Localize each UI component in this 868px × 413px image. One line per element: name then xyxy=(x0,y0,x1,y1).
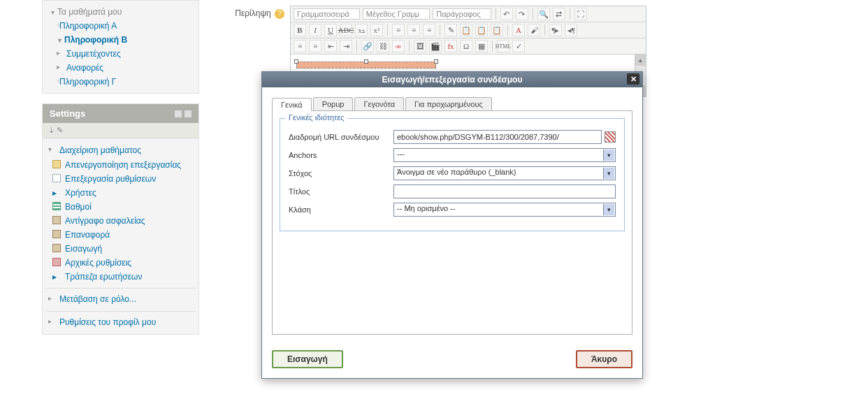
profile-settings-link[interactable]: Ρυθμίσεις του προφίλ μου xyxy=(45,314,196,330)
scroll-up-icon[interactable]: ▴ xyxy=(635,55,646,66)
image-button[interactable]: 🖼 xyxy=(414,40,426,52)
class-select[interactable]: -- Μη ορισμένο -- ▾ xyxy=(393,203,616,217)
grades-icon xyxy=(52,202,61,210)
course-link-informatics-a[interactable]: Πληροφορική Α xyxy=(45,19,196,33)
dialog-title-bar[interactable]: Εισαγωγή/επεξεργασία συνδέσμου ✕ xyxy=(262,72,642,87)
turn-editing-off-link[interactable]: Απενεργοποίηση επεξεργασίας xyxy=(45,158,196,172)
chevron-down-icon: ▾ xyxy=(603,168,614,179)
chevron-down-icon: ▾ xyxy=(603,150,614,161)
dialog-title: Εισαγωγή/επεξεργασία συνδέσμου xyxy=(382,75,523,85)
rtl-button[interactable]: ◂¶ xyxy=(565,24,577,36)
nolink-button[interactable]: ∞ xyxy=(392,40,405,52)
cleanup-button[interactable]: ✎ xyxy=(444,24,457,36)
align-left-button[interactable]: ≡ xyxy=(392,24,405,36)
general-fieldset: Γενικές ιδιότητες Διαδρομή URL συνδέσμου… xyxy=(280,118,625,231)
replace-button[interactable]: ⇄ xyxy=(553,8,565,20)
tab-advanced[interactable]: Για προχωρημένους xyxy=(405,97,492,110)
chevron-right-icon: ▸ xyxy=(52,272,61,280)
backup-link[interactable]: Αντίγραφο ασφαλείας xyxy=(45,214,196,228)
reset-link[interactable]: Αρχικές ρυθμίσεις xyxy=(45,256,196,270)
url-input[interactable] xyxy=(393,130,602,144)
text-color-button[interactable]: A xyxy=(512,24,525,36)
subscript-button[interactable]: x₂ xyxy=(355,24,368,36)
url-label: Διαδρομή URL συνδέσμου xyxy=(289,133,393,141)
tab-events[interactable]: Γεγονότα xyxy=(354,97,404,110)
courses-nav: Τα μαθήματά μου Πληροφορική Α Πληροφορικ… xyxy=(42,0,199,94)
align-right-button[interactable]: ≡ xyxy=(423,24,435,36)
switch-role-link[interactable]: Μετάβαση σε ρόλο... xyxy=(45,291,196,307)
bold-button[interactable]: B xyxy=(294,24,306,36)
find-button[interactable]: 🔍 xyxy=(537,8,550,20)
question-bank-link[interactable]: ▸Τράπεζα ερωτήσεων xyxy=(45,270,196,284)
ordered-list-button[interactable]: ≡ xyxy=(294,40,306,52)
insert-button[interactable]: Εισαγωγή xyxy=(272,350,343,368)
indent-button[interactable]: ⇥ xyxy=(340,40,352,52)
undo-button[interactable]: ↶ xyxy=(500,8,513,20)
underline-button[interactable]: U xyxy=(324,24,337,36)
strike-button[interactable]: ABC xyxy=(340,24,352,36)
settings-title: Settings xyxy=(50,108,85,119)
tab-panel-general: Γενικές ιδιότητες Διαδρομή URL συνδέσμου… xyxy=(272,111,632,335)
restore-icon xyxy=(52,230,61,238)
ltr-button[interactable]: ¶▸ xyxy=(549,24,562,36)
italic-button[interactable]: I xyxy=(309,24,321,36)
unlink-button[interactable]: ⛓ xyxy=(377,40,389,52)
superscript-button[interactable]: x² xyxy=(370,24,383,36)
edit-icon xyxy=(52,160,61,168)
redo-button[interactable]: ↷ xyxy=(516,8,528,20)
paste-button[interactable]: 📋 xyxy=(491,24,503,36)
format-select[interactable]: Παράγραφος xyxy=(433,8,491,20)
course-admin-heading[interactable]: Διαχείριση μαθήματος xyxy=(45,143,196,158)
align-center-button[interactable]: ≡ xyxy=(407,24,420,36)
equation-button[interactable]: fx xyxy=(444,40,457,52)
course-link-informatics-b[interactable]: Πληροφορική Β xyxy=(45,33,196,47)
class-label: Κλάση xyxy=(289,205,393,214)
title-input[interactable] xyxy=(393,184,616,198)
hide-icon[interactable] xyxy=(185,110,191,117)
dialog-tabs: Γενικά Popup Γεγονότα Για προχωρημένους xyxy=(272,97,632,111)
paste-word-button[interactable]: 📋 xyxy=(475,24,488,36)
html-button[interactable]: HTML xyxy=(497,40,509,52)
link-button[interactable]: 🔗 xyxy=(361,40,374,52)
grades-link[interactable]: Βαθμοί xyxy=(45,200,196,214)
course-link-informatics-c[interactable]: Πληροφορική Γ xyxy=(45,75,196,89)
table-button[interactable]: ▦ xyxy=(475,40,488,52)
settings-block: Settings ⇣ ✎ Διαχείριση μαθήματος Απενερ… xyxy=(42,103,199,335)
my-courses-heading[interactable]: Τα μαθήματά μου xyxy=(45,5,196,19)
bg-color-button[interactable]: 🖌 xyxy=(528,24,540,36)
anchors-select[interactable]: --- ▾ xyxy=(393,148,616,162)
link-dialog: Εισαγωγή/επεξεργασία συνδέσμου ✕ Γενικά … xyxy=(261,71,643,379)
font-size-select[interactable]: Μέγεθος Γραμμ xyxy=(363,8,430,20)
dock-icon[interactable] xyxy=(175,110,182,117)
unordered-list-button[interactable]: ≡ xyxy=(309,40,321,52)
paste-text-button[interactable]: 📋 xyxy=(460,24,472,36)
summary-label: Περίληψη ? xyxy=(213,6,290,19)
course-participants-link[interactable]: Συμμετέχοντες xyxy=(45,47,196,61)
import-icon xyxy=(52,244,61,252)
char-button[interactable]: Ω xyxy=(460,40,472,52)
fullscreen-button[interactable]: ⛶ xyxy=(574,8,587,20)
anchors-label: Anchors xyxy=(289,151,393,159)
tab-general[interactable]: Γενικά xyxy=(272,98,312,111)
browse-icon[interactable] xyxy=(605,131,616,143)
backup-icon xyxy=(52,216,61,224)
edit-settings-link[interactable]: Επεξεργασία ρυθμίσεων xyxy=(45,172,196,186)
title-label: Τίτλος xyxy=(289,187,393,196)
chevron-right-icon: ▸ xyxy=(52,188,61,196)
close-button[interactable]: ✕ xyxy=(627,73,639,85)
fieldset-legend: Γενικές ιδιότητες xyxy=(286,113,347,122)
restore-link[interactable]: Επαναφορά xyxy=(45,228,196,242)
target-select[interactable]: Άνοιγμα σε νέο παράθυρο (_blank) ▾ xyxy=(393,166,616,180)
media-button[interactable]: 🎬 xyxy=(429,40,442,52)
chevron-down-icon: ▾ xyxy=(603,204,614,215)
spellcheck-button[interactable]: ✓ xyxy=(512,40,525,52)
outdent-button[interactable]: ⇤ xyxy=(324,40,337,52)
users-link[interactable]: ▸Χρήστες xyxy=(45,186,196,200)
help-icon[interactable]: ? xyxy=(275,9,284,19)
selected-content[interactable] xyxy=(296,61,436,68)
cancel-button[interactable]: Άκυρο xyxy=(576,350,632,368)
import-link[interactable]: Εισαγωγή xyxy=(45,242,196,256)
tab-popup[interactable]: Popup xyxy=(313,97,354,110)
course-reports-link[interactable]: Αναφορές xyxy=(45,61,196,75)
font-family-select[interactable]: Γραμματοσειρά xyxy=(294,8,360,20)
